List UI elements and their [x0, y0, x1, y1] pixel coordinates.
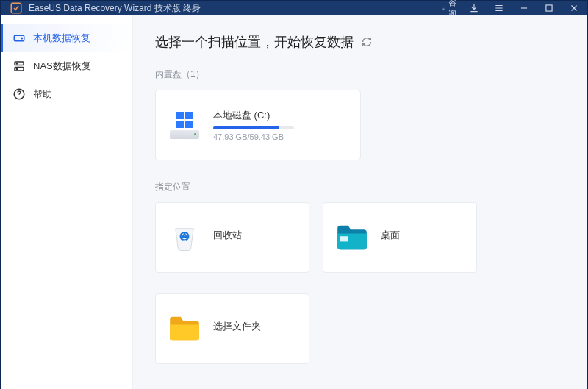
body: 本机数据恢复 NAS数据恢复 帮助 选择一个扫描位置，开始恢复数据: [1, 15, 587, 389]
svg-rect-2: [546, 5, 552, 11]
drive-card-body: 本地磁盘 (C:) 47.93 GB/59.43 GB: [213, 109, 348, 141]
specified-locations-row2: 选择文件夹: [155, 293, 565, 364]
local-disk-icon: [168, 108, 201, 142]
svg-point-8: [16, 68, 18, 70]
sidebar-item-nas-recovery[interactable]: NAS数据恢复: [1, 52, 132, 80]
app-logo-icon: [10, 1, 23, 15]
page-header: 选择一个扫描位置，开始恢复数据: [155, 33, 565, 51]
drive-usage-bar: [213, 126, 294, 129]
internal-drives: 本地磁盘 (C:) 47.93 GB/59.43 GB: [155, 90, 565, 160]
drive-icon: [12, 32, 26, 45]
recycle-bin-icon: [168, 221, 201, 254]
sidebar: 本机数据恢复 NAS数据恢复 帮助: [1, 15, 133, 389]
specified-locations: 回收站 桌面: [155, 202, 565, 273]
nas-icon: [12, 60, 26, 73]
location-recycle-bin[interactable]: 回收站: [155, 202, 309, 273]
location-select-folder[interactable]: 选择文件夹: [155, 293, 309, 364]
location-label: 选择文件夹: [213, 320, 261, 333]
svg-point-4: [21, 38, 23, 39]
consult-button[interactable]: 咨询: [442, 1, 456, 15]
drive-name: 本地磁盘 (C:): [213, 109, 348, 122]
sidebar-item-local-recovery[interactable]: 本机数据恢复: [1, 24, 132, 52]
section-internal-label: 内置盘（1）: [155, 68, 565, 81]
page-title: 选择一个扫描位置，开始恢复数据: [155, 33, 354, 51]
main-content: 选择一个扫描位置，开始恢复数据 内置盘（1） 本地磁盘 (C:): [133, 15, 587, 389]
app-window: EaseUS Data Recovery Wizard 技术版 终身 咨询: [0, 0, 588, 389]
titlebar-actions: 咨询: [442, 1, 581, 15]
app-title: EaseUS Data Recovery Wizard 技术版 终身: [29, 2, 442, 15]
location-desktop[interactable]: 桌面: [323, 202, 477, 273]
drive-usage-fill: [213, 126, 279, 129]
sidebar-item-label: 帮助: [33, 88, 52, 101]
sidebar-item-label: NAS数据恢复: [33, 60, 91, 73]
maximize-button[interactable]: [542, 1, 556, 15]
location-label: 回收站: [213, 229, 242, 242]
folder-icon: [168, 312, 201, 346]
svg-rect-10: [340, 236, 348, 241]
sidebar-item-help[interactable]: 帮助: [1, 80, 132, 108]
drive-card-c[interactable]: 本地磁盘 (C:) 47.93 GB/59.43 GB: [155, 90, 361, 160]
sidebar-item-label: 本机数据恢复: [33, 32, 90, 45]
menu-icon[interactable]: [492, 1, 506, 15]
section-specified-label: 指定位置: [155, 181, 565, 193]
download-icon[interactable]: [467, 1, 481, 15]
help-icon: [12, 88, 26, 101]
titlebar: EaseUS Data Recovery Wizard 技术版 终身 咨询: [1, 1, 587, 15]
refresh-button[interactable]: [361, 36, 373, 48]
desktop-folder-icon: [335, 221, 369, 254]
location-label: 桌面: [381, 229, 400, 242]
close-button[interactable]: [567, 1, 581, 15]
svg-rect-1: [442, 7, 445, 10]
svg-point-7: [16, 63, 18, 65]
minimize-button[interactable]: [517, 1, 531, 15]
drive-usage-text: 47.93 GB/59.43 GB: [213, 132, 348, 141]
